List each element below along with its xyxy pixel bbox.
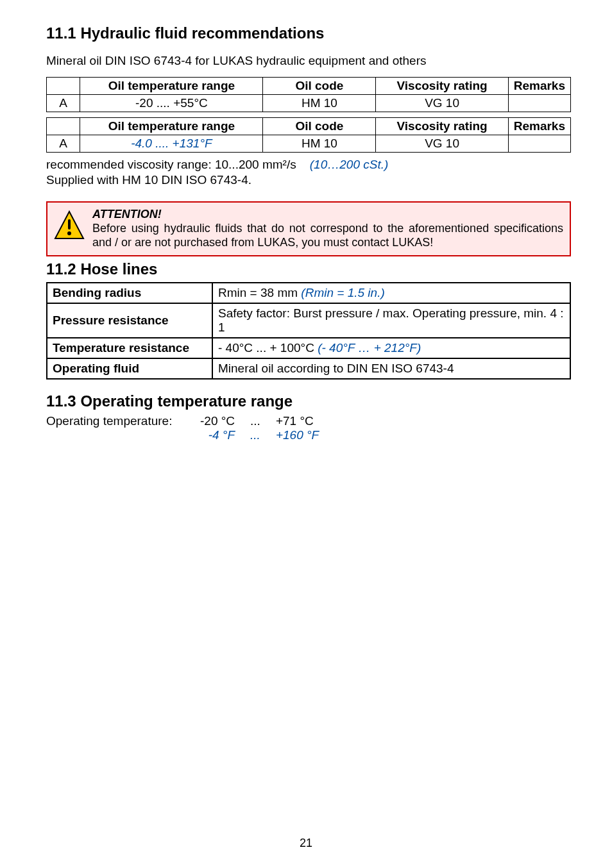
cell-range: -20 .... +55°C xyxy=(80,95,263,112)
page: 11.1 Hydraulic fluid recommendations Min… xyxy=(0,0,612,868)
section-title-11-2: 11.2 Hose lines xyxy=(46,260,571,278)
row-label-temp: Temperature resistance xyxy=(47,338,212,358)
cell-rem xyxy=(508,95,570,112)
optemp-grid: -20 °C ... +71 °C -4 °F ... +160 °F xyxy=(200,414,319,442)
cell-range: -4.0 .... +131°F xyxy=(80,135,263,153)
cell-key: A xyxy=(47,95,80,112)
hose-table: Bending radius Rmin = 38 mm (Rmin = 1.5 … xyxy=(46,282,571,380)
cell-visc: VG 10 xyxy=(376,135,508,153)
viscosity-line: recommended viscosity range: 10...200 mm… xyxy=(46,158,571,172)
attention-box: ATTENTION! Before using hydraulic fluids… xyxy=(46,201,571,256)
attention-text: ATTENTION! Before using hydraulic fluids… xyxy=(92,208,563,250)
row-value-temp: - 40°C ... + 100°C (- 40°F … + 212°F) xyxy=(212,338,570,358)
cell-code: HM 10 xyxy=(263,135,376,153)
attention-title: ATTENTION! xyxy=(92,208,162,221)
col-remarks: Remarks xyxy=(508,118,570,135)
section-title-11-1: 11.1 Hydraulic fluid recommendations xyxy=(46,24,571,42)
cell-visc: VG 10 xyxy=(376,95,508,112)
temp-value-imperial: (- 40°F … + 212°F) xyxy=(318,341,421,355)
row-value-pressure: Safety factor: Burst pressure / max. Ope… xyxy=(212,303,570,338)
operating-temp-block: Operating temperature: -20 °C ... +71 °C… xyxy=(46,414,571,442)
section-title-11-3: 11.3 Operating temperature range xyxy=(46,392,571,410)
visc-text-imperial: (10…200 cSt.) xyxy=(310,158,389,171)
attention-body: Before using hydraulic fluids that do no… xyxy=(92,222,563,249)
col-viscosity: Viscosity rating xyxy=(376,118,508,135)
cell-rem xyxy=(508,135,570,153)
col-range: Oil temperature range xyxy=(80,78,263,95)
optemp-c-high: +71 °C xyxy=(276,414,319,428)
table-row: Bending radius Rmin = 38 mm (Rmin = 1.5 … xyxy=(47,283,570,303)
col-range: Oil temperature range xyxy=(80,118,263,135)
col-code: Oil code xyxy=(263,118,376,135)
temp-value-metric: - 40°C ... + 100°C xyxy=(218,341,318,355)
table-header-row: Oil temperature range Oil code Viscosity… xyxy=(47,78,571,95)
row-label-fluid: Operating fluid xyxy=(47,358,212,379)
optemp-f-high: +160 °F xyxy=(276,428,319,442)
col-remarks: Remarks xyxy=(508,78,570,95)
supplied-line: Supplied with HM 10 DIN ISO 6743-4. xyxy=(46,173,571,187)
oil-table-c: Oil temperature range Oil code Viscosity… xyxy=(46,77,571,112)
col-blank xyxy=(47,78,80,95)
row-value-bending: Rmin = 38 mm (Rmin = 1.5 in.) xyxy=(212,283,570,303)
page-number: 21 xyxy=(0,837,612,850)
cell-code: HM 10 xyxy=(263,95,376,112)
bending-value-imperial: (Rmin = 1.5 in.) xyxy=(301,286,384,299)
table-row: Operating fluid Mineral oil according to… xyxy=(47,358,570,379)
row-label-pressure: Pressure resistance xyxy=(47,303,212,338)
oil-table-f: Oil temperature range Oil code Viscosity… xyxy=(46,117,571,153)
svg-point-2 xyxy=(67,231,71,235)
table-row: A -4.0 .... +131°F HM 10 VG 10 xyxy=(47,135,571,153)
warning-icon xyxy=(54,210,85,241)
table-row: Temperature resistance - 40°C ... + 100°… xyxy=(47,338,570,358)
bending-value-metric: Rmin = 38 mm xyxy=(218,286,301,299)
intro-text: Mineral oil DIN ISO 6743-4 for LUKAS hyd… xyxy=(46,54,571,68)
row-value-fluid: Mineral oil according to DIN EN ISO 6743… xyxy=(212,358,570,379)
optemp-c-low: -20 °C xyxy=(200,414,235,428)
table-header-row: Oil temperature range Oil code Viscosity… xyxy=(47,118,571,135)
table-row: Pressure resistance Safety factor: Burst… xyxy=(47,303,570,338)
row-label-bending: Bending radius xyxy=(47,283,212,303)
col-blank xyxy=(47,118,80,135)
table-row: A -20 .... +55°C HM 10 VG 10 xyxy=(47,95,571,112)
svg-rect-1 xyxy=(68,219,71,230)
visc-text: recommended viscosity range: 10...200 mm… xyxy=(46,158,296,171)
col-code: Oil code xyxy=(263,78,376,95)
optemp-f-dots: ... xyxy=(250,428,260,442)
cell-key: A xyxy=(47,135,80,153)
optemp-label: Operating temperature: xyxy=(46,414,200,442)
optemp-f-low: -4 °F xyxy=(200,428,235,442)
col-viscosity: Viscosity rating xyxy=(376,78,508,95)
optemp-c-dots: ... xyxy=(250,414,260,428)
